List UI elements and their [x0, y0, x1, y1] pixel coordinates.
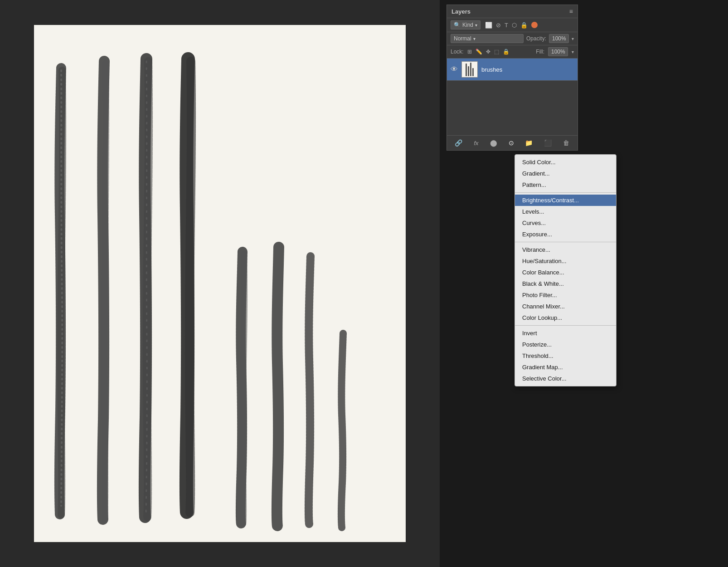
layer-item-brushes[interactable]: 👁 brushes [447, 59, 578, 81]
search-icon: 🔍 [454, 22, 461, 28]
thumbnail-lines [466, 63, 474, 76]
fill-label: Fill: [536, 49, 544, 55]
image-icon[interactable]: ⬜ [485, 22, 492, 29]
layers-header: Layers ≡ [447, 5, 578, 18]
shape-icon[interactable]: ⬡ [512, 22, 517, 29]
lock-icons: ⊞ ✏️ ✥ ⬚ 🔒 [467, 49, 510, 55]
canvas-document [34, 25, 406, 542]
thumb-line-2 [468, 66, 469, 76]
new-layer-icon[interactable]: ⬛ [542, 138, 553, 147]
context-menu: Solid Color...Gradient...Pattern...Brigh… [514, 154, 616, 386]
fill-value[interactable]: 100% [548, 47, 568, 56]
lock-all-icon[interactable]: 🔒 [503, 49, 510, 55]
menu-item-gradient---[interactable]: Gradient... [515, 168, 616, 179]
layer-name-brushes: brushes [481, 66, 502, 73]
layers-panel-title: Layers [451, 8, 471, 15]
kind-dropdown[interactable]: 🔍 Kind [451, 20, 480, 29]
brush-strokes-svg [34, 25, 406, 542]
layer-thumbnail [461, 61, 478, 78]
lock-artboard-icon[interactable]: ⬚ [494, 49, 499, 55]
menu-item-posterize---[interactable]: Posterize... [515, 339, 616, 350]
lock-smart-icon[interactable]: 🔒 [520, 22, 528, 29]
fill-chevron[interactable]: ▾ [572, 49, 574, 54]
lock-paint-icon[interactable]: ✏️ [476, 49, 482, 55]
canvas-area [0, 0, 440, 567]
thumb-line-4 [472, 68, 474, 76]
new-fill-adjustment-icon[interactable]: ⬤ [488, 138, 499, 147]
menu-item-selective-color---[interactable]: Selective Color... [515, 373, 616, 384]
menu-item-pattern---[interactable]: Pattern... [515, 179, 616, 191]
fx-icon[interactable]: fx [472, 139, 480, 147]
opacity-chevron[interactable]: ▾ [572, 36, 574, 41]
right-panel: Layers ≡ 🔍 Kind ⬜ ⊘ T ⬡ 🔒 Normal [440, 0, 728, 567]
menu-item-levels---[interactable]: Levels... [515, 206, 616, 217]
new-group-icon[interactable]: 📁 [523, 138, 534, 147]
menu-separator-13 [515, 325, 616, 326]
text-icon[interactable]: T [505, 22, 508, 29]
lock-move-icon[interactable]: ✥ [486, 49, 490, 55]
menu-item-hue-saturation---[interactable]: Hue/Saturation... [515, 255, 616, 267]
menu-separator-2 [515, 192, 616, 193]
blend-row: Normal Opacity: 100% ▾ [447, 32, 578, 45]
menu-item-vibrance---[interactable]: Vibrance... [515, 244, 616, 255]
menu-item-gradient-map---[interactable]: Gradient Map... [515, 362, 616, 373]
link-layers-icon[interactable]: 🔗 [453, 138, 464, 147]
layer-visibility-icon[interactable]: 👁 [451, 65, 458, 73]
menu-item-curves---[interactable]: Curves... [515, 217, 616, 229]
menu-item-invert[interactable]: Invert [515, 327, 616, 339]
menu-item-exposure---[interactable]: Exposure... [515, 229, 616, 240]
menu-item-color-lookup---[interactable]: Color Lookup... [515, 312, 616, 323]
menu-item-color-balance---[interactable]: Color Balance... [515, 267, 616, 278]
kind-row: 🔍 Kind ⬜ ⊘ T ⬡ 🔒 [447, 18, 578, 32]
delete-layer-icon[interactable]: 🗑 [561, 138, 571, 147]
kind-icons: ⬜ ⊘ T ⬡ 🔒 [485, 22, 538, 29]
kind-label: Kind [462, 22, 473, 28]
layers-panel: Layers ≡ 🔍 Kind ⬜ ⊘ T ⬡ 🔒 Normal [447, 5, 578, 151]
opacity-label: Opacity: [526, 35, 546, 42]
lock-label: Lock: [451, 49, 464, 55]
circle-icon[interactable]: ⊘ [496, 22, 501, 29]
thumb-line-3 [470, 63, 471, 76]
blend-mode-dropdown[interactable]: Normal [451, 34, 524, 43]
adjustment-layer-icon[interactable]: ⊙ [507, 138, 516, 147]
menu-item-channel-mixer---[interactable]: Channel Mixer... [515, 301, 616, 312]
blend-mode-value: Normal [454, 35, 471, 42]
menu-item-threshold---[interactable]: Threshold... [515, 350, 616, 362]
thumb-line-1 [466, 64, 467, 76]
layers-menu-icon[interactable]: ≡ [569, 8, 573, 15]
layers-bottom-bar: 🔗 fx ⬤ ⊙ 📁 ⬛ 🗑 [447, 135, 578, 150]
menu-item-photo-filter---[interactable]: Photo Filter... [515, 289, 616, 301]
lock-row: Lock: ⊞ ✏️ ✥ ⬚ 🔒 Fill: 100% ▾ [447, 45, 578, 59]
layers-empty-space [447, 81, 578, 135]
menu-item-solid-color---[interactable]: Solid Color... [515, 156, 616, 168]
menu-separator-6 [515, 242, 616, 242]
color-circle-icon [531, 22, 538, 28]
blend-mode-chevron [473, 35, 476, 42]
menu-item-brightness-contrast---[interactable]: Brightness/Contrast... [515, 195, 616, 206]
menu-item-black---white---[interactable]: Black & White... [515, 278, 616, 289]
kind-chevron [475, 22, 477, 28]
lock-transparency-icon[interactable]: ⊞ [467, 49, 472, 55]
opacity-value[interactable]: 100% [549, 34, 569, 43]
